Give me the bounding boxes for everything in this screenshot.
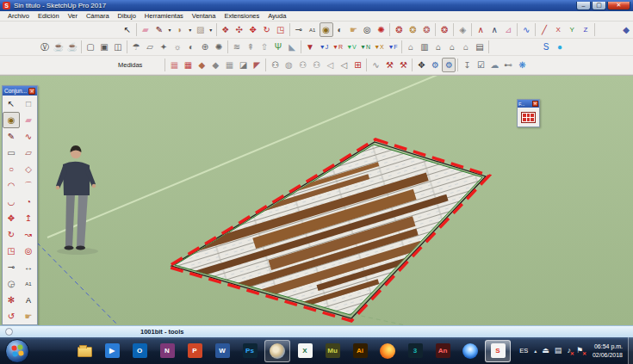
text-tool[interactable]: A1 <box>306 22 320 37</box>
circle-tool[interactable]: ○ <box>3 161 20 177</box>
taskbar-word[interactable]: W <box>209 340 235 362</box>
terrain-paint-f[interactable]: ▼F <box>386 40 400 54</box>
zoom-tool[interactable]: ◎ <box>360 22 374 37</box>
tile-tool-b[interactable]: ◆ <box>208 58 222 72</box>
checkbox-tool[interactable]: ☑ <box>474 58 487 72</box>
line-y-axis[interactable]: Y <box>565 22 579 37</box>
taskbar-app-swirl[interactable] <box>264 340 290 362</box>
attach-link-tool[interactable]: ⊷ <box>501 58 515 72</box>
scale-tool[interactable]: ◳ <box>274 22 288 37</box>
plugin-red-d[interactable]: ❂ <box>438 22 451 37</box>
clipper-tool[interactable]: ◣ <box>285 40 299 54</box>
terrain-paint-j[interactable]: ▼J <box>317 40 331 54</box>
line-dropdown[interactable]: ▾ <box>166 22 173 37</box>
menu-camara[interactable]: Cámara <box>82 12 114 20</box>
menu-dibujo[interactable]: Dibujo <box>114 12 140 20</box>
skalp-tool[interactable]: S <box>539 40 553 54</box>
zoom-extents-tool[interactable]: ✺ <box>374 22 388 37</box>
wedge-tool[interactable]: ◤ <box>250 58 264 72</box>
two-point-arc-tool[interactable]: ⌒ <box>20 177 37 194</box>
taskbar-animate[interactable]: An <box>430 340 456 362</box>
terrain-paint-r[interactable]: ▼R <box>331 40 344 54</box>
proxy-import[interactable]: ⇞ <box>244 40 258 54</box>
gear-tool-b[interactable]: ⚙ <box>442 58 456 72</box>
line-tool[interactable]: ✎ <box>152 22 166 37</box>
pan-tool[interactable]: ☛ <box>20 308 37 324</box>
dimension-tool[interactable]: ↔ <box>20 259 37 275</box>
menu-ayuda[interactable]: Ayuda <box>264 12 290 20</box>
spot-light[interactable]: ✦ <box>157 40 171 54</box>
menu-ver[interactable]: Ver <box>64 12 82 20</box>
ies-light[interactable]: ⊕ <box>198 40 212 54</box>
select-tool[interactable]: ↖ <box>3 96 20 112</box>
menu-herramientas[interactable]: Herramientas <box>140 12 188 20</box>
3d-text-tool[interactable]: A <box>20 292 37 308</box>
trimble-connect-tool[interactable]: ❋ <box>515 58 529 72</box>
text-tool[interactable]: A1 <box>20 275 37 292</box>
menu-ventana[interactable]: Ventana <box>188 12 220 20</box>
look-around-tool[interactable]: ◐ <box>333 22 347 37</box>
brick-panel-tool[interactable]: ▦ <box>167 58 181 72</box>
pan-tool[interactable]: ☛ <box>347 22 361 37</box>
taskbar-outlook[interactable]: O <box>127 340 152 362</box>
arc-tool[interactable]: ◠ <box>3 177 20 194</box>
protractor-tool[interactable]: ◶ <box>3 275 20 292</box>
light-bulb-tool[interactable]: ● <box>553 40 567 54</box>
action-center-icon[interactable]: ⚑✕ <box>574 347 586 355</box>
four-way-tool[interactable]: ✥ <box>414 58 428 72</box>
machine-tool-b[interactable]: ⚒ <box>396 58 410 72</box>
mini-toolbar-title-bar[interactable]: F... ✕ <box>518 100 539 108</box>
taskbar-muse[interactable]: Mu <box>320 340 345 362</box>
sun-light[interactable]: ✺ <box>212 40 226 54</box>
ridge-tool-b[interactable]: ∧ <box>487 22 501 37</box>
cloud-upload-tool[interactable]: ☁ <box>487 58 501 72</box>
maximize-button[interactable]: ▢ <box>592 2 606 10</box>
plane-tool-a[interactable]: ◁ <box>323 58 337 72</box>
taskbar-illustrator[interactable]: Ai <box>347 340 373 362</box>
pie-tool[interactable]: ◔ <box>20 194 37 210</box>
language-indicator[interactable]: ES <box>516 347 531 355</box>
taskbar-explorer[interactable] <box>71 340 97 362</box>
rectangle-tool[interactable]: ▭ <box>3 145 20 161</box>
sphere-gray-tool[interactable]: ◍ <box>282 58 295 72</box>
axes-tool[interactable]: ✻ <box>3 292 20 308</box>
smoove-dropdown[interactable]: ▾ <box>187 22 194 37</box>
ridge-tool-a[interactable]: ∧ <box>474 22 487 37</box>
blue-solid-tool[interactable]: ◆ <box>619 22 633 37</box>
menu-extensiones[interactable]: Extensiones <box>220 12 264 20</box>
title-bar[interactable]: S Sin titulo - SketchUp Pro 2017 ‒ ▢ ✕ <box>0 0 633 11</box>
sphere-light[interactable]: ◐ <box>184 40 198 54</box>
help-icon[interactable] <box>5 328 13 336</box>
tile-tool-a[interactable]: ◆ <box>195 58 208 72</box>
close-button[interactable]: ✕ <box>607 2 630 10</box>
terrain-paint-n[interactable]: ▼N <box>358 40 372 54</box>
polyline-tool[interactable]: ∿ <box>519 22 533 37</box>
move-tool[interactable]: ✥ <box>246 22 260 37</box>
dome-light[interactable]: ☂ <box>129 40 143 54</box>
hidden-icons-caret[interactable]: ▴ <box>531 348 539 354</box>
spring-tool[interactable]: ∿ <box>369 58 382 72</box>
mini-toolbar-close-icon[interactable]: ✕ <box>532 101 538 107</box>
mesh-diamond-tool[interactable]: ◈ <box>456 22 469 37</box>
tape-measure-tool[interactable]: ⊸ <box>292 22 306 37</box>
plugin-red-a[interactable]: ❂ <box>392 22 406 37</box>
push-pull-tool[interactable]: ↥ <box>20 210 37 226</box>
taskbar-excel[interactable]: X <box>292 340 318 362</box>
terrain-paint-v[interactable]: ▼V <box>344 40 358 54</box>
frame-buffer-btn[interactable]: ▢ <box>84 40 97 54</box>
vray-teapot-render[interactable]: ☕ <box>52 40 65 54</box>
offset-tool[interactable]: ◎ <box>20 243 37 259</box>
barn-tool[interactable]: ⌂ <box>445 40 459 54</box>
follow-me-tool[interactable]: ↝ <box>20 226 37 243</box>
taskbar-photoshop[interactable]: Ps <box>237 340 263 362</box>
start-button[interactable] <box>5 339 29 363</box>
mesh-panel-tool[interactable]: ▦ <box>181 58 195 72</box>
robot-tool-a[interactable]: ⚇ <box>268 58 282 72</box>
terrain-paint[interactable]: ▼ <box>303 40 317 54</box>
stamp-tool[interactable]: ▨ <box>194 22 208 37</box>
rect-light[interactable]: ▱ <box>143 40 157 54</box>
taskbar-firefox[interactable] <box>375 340 400 362</box>
palette-title-bar[interactable]: Conjun... ✕ <box>3 86 37 96</box>
line-free-axis[interactable]: ╱ <box>537 22 551 37</box>
proxy-export[interactable]: ⇧ <box>258 40 271 54</box>
